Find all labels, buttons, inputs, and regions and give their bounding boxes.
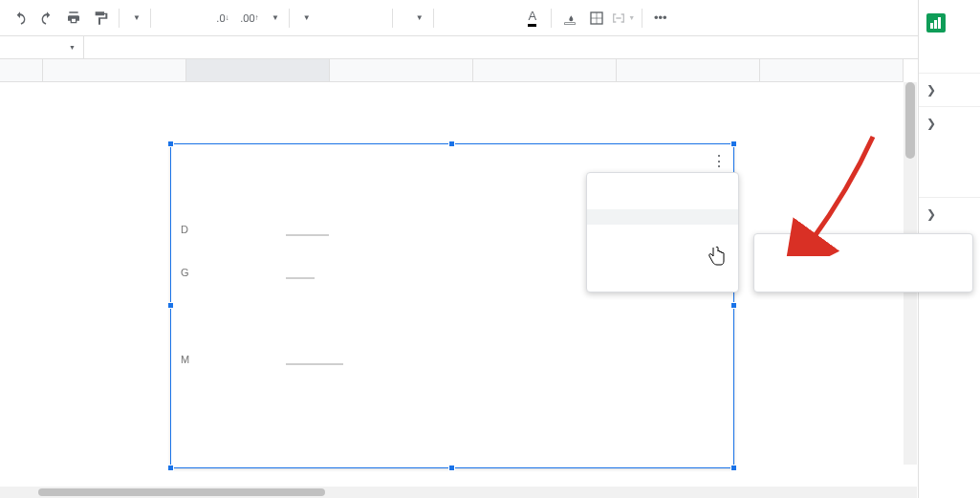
col-header-A[interactable] bbox=[43, 59, 186, 82]
fontsize-dropdown[interactable]: ▼ bbox=[399, 6, 427, 31]
number-format-dropdown[interactable]: ▼ bbox=[264, 6, 283, 31]
currency-button[interactable] bbox=[157, 6, 182, 31]
percent-button[interactable] bbox=[184, 6, 208, 31]
undo-button[interactable] bbox=[8, 6, 33, 31]
svg-rect-9 bbox=[938, 17, 941, 29]
svg-rect-8 bbox=[934, 20, 937, 29]
panel-section-chart[interactable]: ❯ bbox=[919, 73, 980, 106]
zoom-dropdown[interactable]: ▼ bbox=[125, 6, 144, 31]
paint-format-button[interactable] bbox=[88, 6, 113, 31]
font-dropdown[interactable]: ▼ bbox=[295, 6, 386, 31]
menu-delete-chart[interactable] bbox=[587, 194, 738, 209]
borders-button[interactable] bbox=[584, 6, 609, 31]
resize-handle[interactable] bbox=[167, 302, 174, 309]
slice-label-D: D bbox=[181, 223, 188, 236]
redo-button[interactable] bbox=[34, 6, 59, 31]
resize-handle[interactable] bbox=[167, 141, 174, 147]
slice-label-M: M bbox=[181, 353, 189, 366]
print-button[interactable] bbox=[61, 6, 86, 31]
strike-button[interactable] bbox=[493, 6, 518, 31]
panel-tab-setup[interactable] bbox=[919, 46, 980, 73]
horizontal-scrollbar[interactable] bbox=[0, 487, 917, 498]
select-all-corner[interactable] bbox=[0, 59, 43, 82]
menu-download[interactable] bbox=[587, 209, 738, 225]
resize-handle[interactable] bbox=[730, 302, 737, 309]
panel-section-legend[interactable]: ❯ bbox=[919, 197, 980, 230]
menu-publish-chart[interactable] bbox=[587, 225, 738, 240]
col-header-E[interactable] bbox=[617, 59, 760, 82]
submenu-svg[interactable] bbox=[754, 271, 972, 286]
col-header-C[interactable] bbox=[330, 59, 473, 82]
bold-button[interactable] bbox=[440, 6, 465, 31]
more-button[interactable]: ••• bbox=[648, 6, 673, 31]
italic-button[interactable] bbox=[467, 6, 491, 31]
menu-move-sheet[interactable] bbox=[587, 255, 738, 271]
resize-handle[interactable] bbox=[730, 465, 737, 471]
slice-label-G: G bbox=[181, 266, 189, 279]
menu-copy-chart[interactable] bbox=[587, 240, 738, 255]
fill-color-button[interactable] bbox=[557, 6, 582, 31]
col-header-B[interactable] bbox=[186, 59, 330, 82]
menu-edit-chart[interactable] bbox=[587, 179, 738, 194]
download-submenu bbox=[753, 233, 973, 292]
panel-section-pie[interactable]: ❯ bbox=[919, 106, 980, 140]
resize-handle[interactable] bbox=[167, 465, 174, 471]
resize-handle[interactable] bbox=[448, 465, 455, 471]
chart-editor-icon bbox=[926, 13, 946, 32]
col-header-F[interactable] bbox=[760, 59, 904, 82]
svg-rect-0 bbox=[564, 22, 575, 24]
col-header-D[interactable] bbox=[473, 59, 617, 82]
svg-rect-7 bbox=[930, 23, 933, 29]
decrease-decimal-button[interactable]: .0↓ bbox=[210, 6, 235, 31]
increase-decimal-button[interactable]: .00↑ bbox=[237, 6, 262, 31]
menu-alt-text[interactable] bbox=[587, 271, 738, 286]
submenu-png[interactable] bbox=[754, 240, 972, 255]
chart-menu-button[interactable]: ⋮ bbox=[711, 152, 726, 170]
toolbar: ▼ .0↓ .00↑ ▼ ▼ ▼ A ▼ ••• bbox=[0, 0, 980, 36]
resize-handle[interactable] bbox=[730, 141, 737, 147]
submenu-pdf[interactable] bbox=[754, 255, 972, 271]
pie-chart bbox=[286, 202, 611, 450]
name-box[interactable]: ▼ bbox=[0, 36, 84, 58]
resize-handle[interactable] bbox=[448, 141, 455, 147]
merge-button[interactable]: ▼ bbox=[611, 6, 636, 31]
text-color-button[interactable]: A bbox=[520, 6, 545, 31]
formula-bar: ▼ bbox=[0, 36, 980, 59]
chart-context-menu bbox=[586, 172, 739, 292]
